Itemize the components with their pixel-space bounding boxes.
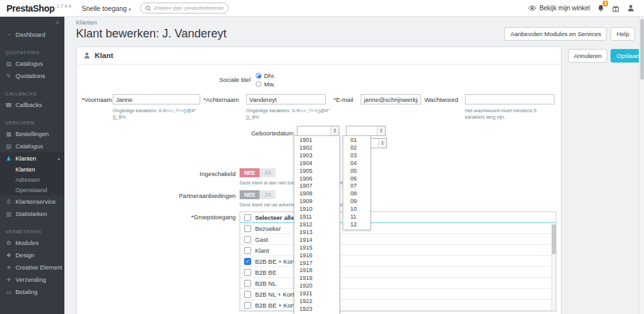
year-option[interactable]: 1904 <box>294 160 339 168</box>
year-option[interactable]: 1917 <box>294 260 339 268</box>
email-input[interactable] <box>361 94 421 104</box>
year-option[interactable]: 1908 <box>294 190 339 198</box>
birth-year-select[interactable]: ▲▼ <box>297 126 339 136</box>
group-row[interactable]: B2B BE + Kortingen (pb20) <box>240 300 556 311</box>
year-option[interactable]: 1915 <box>294 244 339 252</box>
table-scrollbar[interactable] <box>551 224 556 311</box>
sidebar-item[interactable]: ▭ Betaling <box>0 286 64 298</box>
sidebar-item[interactable]: ⚙ Modules <box>0 237 64 249</box>
group-row[interactable]: Klant <box>240 245 556 256</box>
group-row[interactable]: Selecteer alles <box>240 212 556 223</box>
group-row[interactable]: B2B NL <box>240 278 556 289</box>
birth-month-select[interactable]: ▲▼ <box>346 126 386 136</box>
profile-menu-button[interactable] <box>627 4 635 12</box>
year-option[interactable]: 1907 <box>294 182 339 190</box>
checkbox[interactable] <box>244 236 251 243</box>
checkbox[interactable] <box>244 258 251 265</box>
sidebar-item[interactable]: ▦ Bestellingen <box>0 128 64 140</box>
year-option[interactable]: 1903 <box>294 152 339 160</box>
toggle-no[interactable]: NEE <box>240 168 260 177</box>
year-option[interactable]: 1914 <box>294 237 339 244</box>
enabled-toggle[interactable]: NEE JA <box>240 168 276 177</box>
year-option[interactable]: 1918 <box>294 267 339 275</box>
sidebar-item[interactable]: Openstaand <box>0 185 64 195</box>
sidebar-item[interactable]: ✈ Verzending <box>0 273 64 286</box>
year-option[interactable]: 1922 <box>294 298 339 306</box>
page-scrollbar-thumb[interactable] <box>640 19 644 80</box>
sidebar-item[interactable]: Klanten <box>0 164 64 175</box>
year-option[interactable]: 1911 <box>294 213 339 221</box>
sidebar-item[interactable]: ▤ Catalogus <box>0 57 64 70</box>
sidebar-item[interactable]: ✳ Creative Elements <box>0 261 64 273</box>
checkbox[interactable] <box>244 225 251 232</box>
year-option[interactable]: 1916 <box>294 252 339 260</box>
year-option[interactable]: 1920 <box>294 282 339 290</box>
month-option[interactable]: 08 <box>343 190 370 198</box>
firstname-input[interactable] <box>113 94 200 104</box>
recommended-modules-button[interactable]: Aanbevolen Modules en Services <box>504 27 607 41</box>
year-option[interactable]: 1906 <box>294 175 339 183</box>
month-option[interactable]: 01 <box>343 137 370 144</box>
year-option[interactable]: 1902 <box>294 144 339 152</box>
scrollbar-thumb[interactable] <box>552 224 556 254</box>
year-option[interactable]: 1905 <box>294 168 339 175</box>
checkbox[interactable] <box>244 269 251 276</box>
partner-toggle[interactable]: NEE JA <box>240 190 276 199</box>
year-option[interactable]: 1919 <box>294 275 339 282</box>
sidebar-item[interactable]: ☎ Callbacks <box>0 99 64 111</box>
social-title-radio[interactable]: Mw. <box>256 81 275 88</box>
checkbox[interactable] <box>244 302 251 309</box>
checkbox[interactable] <box>244 291 251 298</box>
group-row[interactable]: B2B BE <box>240 267 556 278</box>
sidebar-item[interactable]: ▥ Statistieken <box>0 208 64 220</box>
year-option[interactable]: 1921 <box>294 290 339 298</box>
month-option[interactable]: 06 <box>343 175 370 183</box>
year-option[interactable]: 1913 <box>294 229 339 237</box>
gift-button[interactable] <box>612 5 620 12</box>
sidebar-collapse-button[interactable]: « <box>0 17 64 26</box>
page-scrollbar[interactable] <box>639 17 644 314</box>
checkbox[interactable] <box>244 280 251 287</box>
notifications-button[interactable]: 1 <box>597 4 605 12</box>
lastname-input[interactable] <box>246 94 326 104</box>
sidebar-item[interactable]: ❖ Design <box>0 249 64 261</box>
group-row[interactable]: Gast <box>240 234 556 245</box>
toggle-yes[interactable]: JA <box>260 190 276 199</box>
view-shop-link[interactable]: Bekijk mijn winkel <box>528 5 590 12</box>
quick-access-dropdown[interactable]: Snelle toegang ▾ <box>82 5 131 12</box>
month-option[interactable]: 10 <box>343 206 370 213</box>
search-input[interactable] <box>154 5 223 11</box>
group-row[interactable]: Bezoeker <box>240 223 556 234</box>
group-row[interactable]: B2B BE + Korting <box>240 256 556 267</box>
sidebar-item[interactable]: ◔ Dashboard <box>0 28 64 41</box>
checkbox[interactable] <box>244 247 251 254</box>
month-option[interactable]: 04 <box>343 160 370 168</box>
year-option[interactable]: 1912 <box>294 221 339 229</box>
year-option[interactable]: 1909 <box>294 198 339 206</box>
password-input[interactable] <box>465 94 554 104</box>
sidebar-item[interactable]: ▤ Catalogus <box>0 140 64 152</box>
sidebar-item[interactable]: ✎ Quotations <box>0 70 64 82</box>
month-option[interactable]: 03 <box>343 152 370 160</box>
group-row[interactable]: B2B NL + Korting <box>240 289 556 300</box>
month-option[interactable]: 09 <box>343 198 370 206</box>
toggle-yes[interactable]: JA <box>260 168 276 177</box>
sidebar-item[interactable]: Adressen <box>0 175 64 185</box>
breadcrumb[interactable]: Klanten <box>76 19 644 26</box>
cancel-button[interactable]: Annuleren <box>568 49 607 63</box>
month-option[interactable]: 11 <box>343 213 370 221</box>
year-option[interactable]: 1901 <box>294 137 339 144</box>
month-option[interactable]: 05 <box>343 168 370 175</box>
sidebar-item[interactable]: ♟ Klanten ▴ <box>0 152 64 164</box>
prestashop-logo[interactable]: PrestaShop <box>6 3 55 14</box>
social-title-radio[interactable]: Dhr. <box>256 72 275 79</box>
month-option[interactable]: 07 <box>343 182 370 190</box>
sidebar-item[interactable]: ✆ Klantenservice <box>0 195 64 208</box>
month-option[interactable]: 12 <box>343 221 370 229</box>
toggle-no[interactable]: NEE <box>240 190 260 199</box>
checkbox[interactable] <box>244 214 251 221</box>
month-option[interactable]: 02 <box>343 144 370 152</box>
help-button[interactable]: Help <box>611 27 635 41</box>
year-option[interactable]: 1923 <box>294 306 339 313</box>
year-option[interactable]: 1910 <box>294 206 339 213</box>
